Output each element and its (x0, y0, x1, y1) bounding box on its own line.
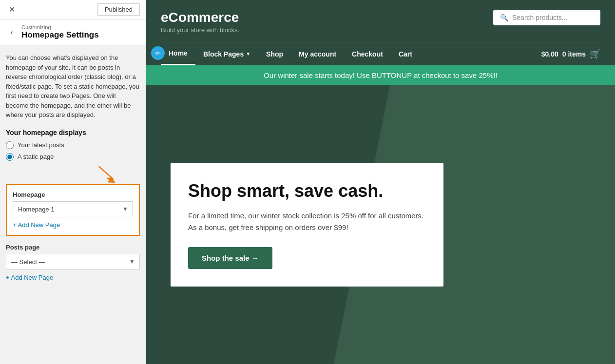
radio-static-label: A static page (18, 153, 54, 160)
customizer-panel: ✕ Published ‹ Customizing Homepage Setti… (0, 0, 146, 364)
header-top: eCommerce Build your store with blocks. … (161, 10, 600, 34)
back-button[interactable]: ‹ (6, 26, 18, 38)
arrow-indicator (6, 165, 115, 184)
site-preview: eCommerce Build your store with blocks. … (146, 0, 615, 364)
nav-item-block-pages[interactable]: Block Pages ▼ (195, 43, 258, 65)
cart-summary: $0.00 0 items 🛒 (541, 49, 600, 59)
search-icon: 🔍 (500, 14, 508, 21)
search-box[interactable]: 🔍 Search products... (493, 10, 600, 25)
arrow-icon (96, 165, 115, 184)
homepage-select[interactable]: Homepage 1 (13, 201, 133, 217)
nav-item-shop[interactable]: Shop (258, 43, 291, 65)
radio-group: Your latest posts A static page (6, 141, 140, 161)
brand-name: eCommerce (161, 10, 239, 25)
site-nav: ✏ Home Block Pages ▼ Shop My account Che… (161, 42, 600, 65)
cart-icon: 🛒 (590, 49, 600, 59)
posts-page-label: Posts page (6, 244, 140, 251)
breadcrumb: Customizing Homepage Settings (21, 24, 99, 40)
nav-item-cart[interactable]: Cart (391, 43, 420, 65)
edit-nav-button[interactable]: ✏ (151, 46, 165, 60)
cart-amount: $0.00 (541, 50, 558, 58)
add-new-posts-link[interactable]: + Add New Page (6, 274, 53, 281)
homepage-box: Homepage Homepage 1 ▼ + Add New Page (6, 184, 140, 236)
customizing-label: Customizing (21, 24, 99, 30)
top-bar: ✕ Published (0, 0, 146, 19)
search-placeholder: Search products... (512, 14, 568, 21)
hero-card: Shop smart, save cash. For a limited tim… (171, 163, 443, 287)
radio-static-input[interactable] (6, 153, 14, 161)
promo-banner: Our winter sale starts today! Use BUTTON… (146, 65, 615, 85)
promo-text: Our winter sale starts today! Use BUTTON… (264, 71, 498, 79)
cta-button[interactable]: Shop the sale → (188, 247, 272, 269)
radio-latest-label: Your latest posts (18, 141, 64, 149)
description-text: You can choose what's displayed on the h… (6, 53, 140, 120)
homepage-displays-label: Your homepage displays (6, 129, 140, 136)
radio-latest-input[interactable] (6, 141, 14, 149)
site-header: eCommerce Build your store with blocks. … (146, 0, 615, 65)
brand-tagline: Build your store with blocks. (161, 26, 239, 34)
section-title: Homepage Settings (21, 30, 99, 40)
published-label: Published (105, 6, 133, 13)
radio-static-page[interactable]: A static page (6, 153, 140, 161)
hero-section: Shop smart, save cash. For a limited tim… (146, 85, 615, 364)
cart-count: 0 items (562, 50, 586, 58)
radio-latest-posts[interactable]: Your latest posts (6, 141, 140, 149)
site-brand: eCommerce Build your store with blocks. (161, 10, 239, 34)
homepage-field-label: Homepage (13, 191, 133, 198)
hero-description: For a limited time, our winter stock col… (188, 210, 426, 233)
close-button[interactable]: ✕ (6, 4, 18, 16)
posts-page-select[interactable]: — Select — (6, 254, 140, 270)
add-new-homepage-link[interactable]: + Add New Page (13, 221, 60, 229)
hero-headline: Shop smart, save cash. (188, 180, 426, 201)
posts-page-select-wrapper: — Select — ▼ (6, 254, 140, 270)
published-button[interactable]: Published (97, 3, 140, 16)
panel-content: You can choose what's displayed on the h… (0, 45, 146, 364)
breadcrumb-bar: ‹ Customizing Homepage Settings (0, 19, 146, 45)
nav-item-home[interactable]: Home (161, 42, 195, 65)
posts-page-section: Posts page — Select — ▼ + Add New Page (6, 244, 140, 282)
chevron-down-icon: ▼ (246, 51, 250, 57)
cta-label: Shop the sale → (202, 254, 259, 262)
nav-item-my-account[interactable]: My account (291, 43, 344, 65)
homepage-select-wrapper: Homepage 1 ▼ (13, 201, 133, 217)
nav-item-checkout[interactable]: Checkout (344, 43, 391, 65)
